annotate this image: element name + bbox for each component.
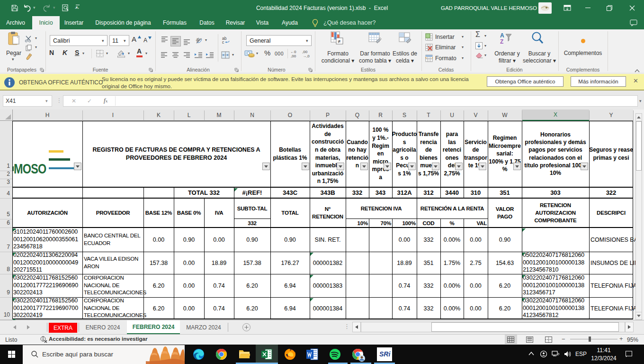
svg-text:←0: ←0 — [290, 50, 296, 54]
svg-text:Z: Z — [500, 38, 503, 45]
svg-text:A: A — [500, 32, 504, 39]
svg-text:,00: ,00 — [302, 50, 308, 54]
svg-text:ab: ab — [195, 36, 201, 43]
svg-text:→,0: →,0 — [303, 54, 310, 58]
svg-text:≠: ≠ — [338, 38, 340, 44]
svg-text:,00: ,00 — [291, 54, 296, 58]
